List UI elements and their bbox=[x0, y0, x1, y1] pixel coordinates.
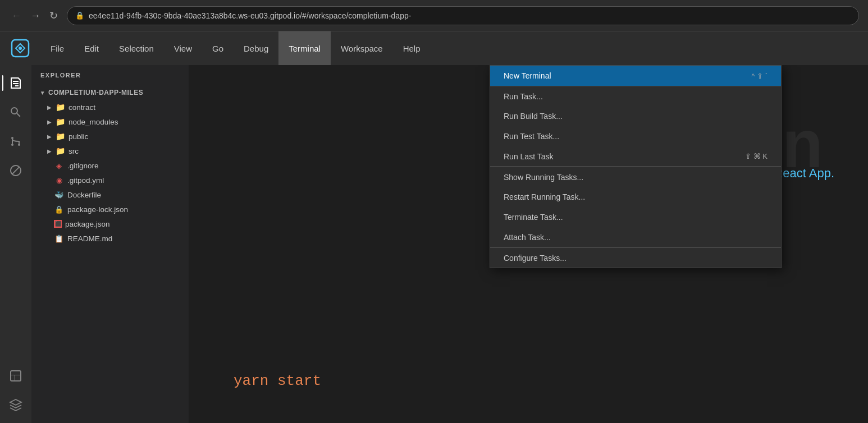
terminate-task-item[interactable]: Terminate Task... bbox=[490, 207, 781, 227]
folder-arrow: ▶ bbox=[45, 117, 54, 126]
new-terminal-shortcut: ^ ⇧ ` bbox=[751, 72, 768, 80]
list-item[interactable]: ▶ 📁 public bbox=[31, 129, 189, 144]
yarn-command: yarn start bbox=[234, 373, 321, 389]
browser-bar: ← → ↻ 🔒 ee4ee11d-94fb-430c-9bda-40ae313a… bbox=[0, 0, 868, 31]
menu-terminal[interactable]: Terminal bbox=[278, 31, 331, 65]
back-button[interactable]: ← bbox=[9, 8, 24, 23]
address-text: ee4ee11d-94fb-430c-9bda-40ae313a8b4c.ws-… bbox=[89, 11, 851, 20]
list-item[interactable]: 🔒 package-lock.json bbox=[31, 202, 189, 217]
run-last-task-shortcut: ⇧ ⌘ K bbox=[745, 152, 768, 160]
run-task-label: Run Task... bbox=[504, 92, 543, 101]
forward-button[interactable]: → bbox=[28, 8, 43, 23]
search-icon[interactable] bbox=[2, 99, 29, 126]
list-item[interactable]: ⬛ package.json bbox=[31, 217, 189, 231]
sidebar: Explorer ▼ COMPLETIUM-DAPP-MILES ▶ 📁 con… bbox=[31, 65, 189, 423]
configure-tasks-label: Configure Tasks... bbox=[504, 254, 567, 263]
new-terminal-item[interactable]: New Terminal ^ ⇧ ` bbox=[490, 66, 781, 86]
menu-workspace[interactable]: Workspace bbox=[331, 31, 393, 65]
folder-icon: 📁 bbox=[55, 131, 65, 141]
show-running-tasks-label: Show Running Tasks... bbox=[504, 173, 583, 182]
item-label: README.md bbox=[67, 235, 112, 243]
restart-running-task-label: Restart Running Task... bbox=[504, 192, 585, 201]
folder-arrow: ▶ bbox=[45, 103, 54, 112]
logo-svg bbox=[10, 38, 30, 58]
item-label: node_modules bbox=[68, 118, 118, 126]
nav-buttons: ← → ↻ bbox=[9, 8, 60, 23]
run-test-task-label: Run Test Task... bbox=[504, 132, 559, 141]
git-icon[interactable] bbox=[2, 128, 29, 155]
activity-bar bbox=[0, 65, 31, 423]
md-file-icon: 📋 bbox=[54, 233, 64, 243]
item-label: contract bbox=[68, 103, 95, 112]
folder-icon: 📁 bbox=[55, 146, 65, 156]
run-last-task-label: Run Last Task bbox=[504, 152, 553, 161]
folder-icon: 📁 bbox=[55, 102, 65, 112]
item-label: package-lock.json bbox=[67, 205, 128, 214]
item-label: package.json bbox=[65, 220, 110, 228]
root-folder[interactable]: ▼ COMPLETIUM-DAPP-MILES bbox=[31, 85, 189, 100]
run-build-task-item[interactable]: Run Build Task... bbox=[490, 106, 781, 126]
collapse-arrow: ▼ bbox=[38, 88, 47, 97]
json-lock-file-icon: 🔒 bbox=[54, 204, 64, 214]
docker-file-icon: 🐳 bbox=[54, 190, 64, 200]
restart-running-task-item[interactable]: Restart Running Task... bbox=[490, 187, 781, 207]
menu-debug[interactable]: Debug bbox=[234, 31, 278, 65]
item-label: .gitignore bbox=[67, 162, 99, 170]
run-build-task-label: Run Build Task... bbox=[504, 112, 563, 121]
terminate-task-label: Terminate Task... bbox=[504, 213, 563, 222]
svg-point-2 bbox=[18, 144, 20, 146]
list-item[interactable]: 📋 README.md bbox=[31, 231, 189, 246]
svg-point-4 bbox=[11, 144, 13, 146]
attach-task-label: Attach Task... bbox=[504, 233, 551, 242]
svg-point-3 bbox=[11, 137, 13, 139]
list-item[interactable]: ▶ 📁 src bbox=[31, 144, 189, 158]
run-test-task-item[interactable]: Run Test Task... bbox=[490, 126, 781, 146]
list-item[interactable]: ▶ 📁 contract bbox=[31, 100, 189, 114]
layout-icon[interactable] bbox=[2, 362, 29, 389]
reload-button[interactable]: ↻ bbox=[47, 8, 60, 23]
menu-help[interactable]: Help bbox=[393, 31, 431, 65]
svg-rect-8 bbox=[15, 375, 15, 381]
explorer-icon[interactable] bbox=[2, 70, 29, 96]
terminal-dropdown-menu: New Terminal ^ ⇧ ` Run Task... Run Build… bbox=[490, 65, 782, 268]
list-item[interactable]: ◈ .gitignore bbox=[31, 158, 189, 173]
item-label: src bbox=[68, 147, 79, 155]
root-folder-label: COMPLETIUM-DAPP-MILES bbox=[48, 89, 143, 96]
list-item[interactable]: ◉ .gitpod.yml bbox=[31, 173, 189, 187]
item-label: Dockerfile bbox=[67, 191, 101, 199]
lock-icon: 🔒 bbox=[75, 11, 84, 20]
run-task-item[interactable]: Run Task... bbox=[490, 86, 781, 106]
sidebar-header: Explorer bbox=[31, 65, 189, 85]
json-file-icon: ⬛ bbox=[54, 220, 62, 228]
cube-icon[interactable] bbox=[2, 392, 29, 419]
menu-go[interactable]: Go bbox=[202, 31, 234, 65]
folder-arrow: ▶ bbox=[45, 146, 54, 155]
dropdown-overlay: New Terminal ^ ⇧ ` Run Task... Run Build… bbox=[189, 65, 868, 423]
menu-file[interactable]: File bbox=[40, 31, 74, 65]
new-terminal-label: New Terminal bbox=[504, 71, 551, 80]
app-logo bbox=[4, 31, 36, 65]
show-running-tasks-item[interactable]: Show Running Tasks... bbox=[490, 167, 781, 187]
item-label: public bbox=[68, 132, 88, 141]
yml-file-icon: ◉ bbox=[54, 175, 64, 185]
main-layout: Explorer ▼ COMPLETIUM-DAPP-MILES ▶ 📁 con… bbox=[0, 65, 868, 423]
no-symbol-icon[interactable] bbox=[2, 157, 29, 184]
menu-bar: File Edit Selection View Go Debug Termin… bbox=[0, 31, 868, 65]
svg-point-1 bbox=[19, 47, 22, 50]
svg-rect-7 bbox=[11, 375, 21, 375]
svg-rect-6 bbox=[11, 371, 21, 381]
list-item[interactable]: ▶ 📁 node_modules bbox=[31, 114, 189, 129]
configure-tasks-item[interactable]: Configure Tasks... bbox=[490, 247, 781, 268]
git-file-icon: ◈ bbox=[54, 160, 64, 171]
menu-edit[interactable]: Edit bbox=[74, 31, 109, 65]
folder-icon: 📁 bbox=[55, 117, 65, 127]
attach-task-item[interactable]: Attach Task... bbox=[490, 227, 781, 247]
run-last-task-item[interactable]: Run Last Task ⇧ ⌘ K bbox=[490, 146, 781, 167]
content-area: n eate React App. yarn start New Termina… bbox=[189, 65, 868, 423]
address-bar[interactable]: 🔒 ee4ee11d-94fb-430c-9bda-40ae313a8b4c.w… bbox=[67, 6, 859, 25]
menu-selection[interactable]: Selection bbox=[109, 31, 164, 65]
folder-arrow: ▶ bbox=[45, 132, 54, 141]
list-item[interactable]: 🐳 Dockerfile bbox=[31, 187, 189, 202]
menu-view[interactable]: View bbox=[164, 31, 202, 65]
item-label: .gitpod.yml bbox=[67, 176, 104, 185]
